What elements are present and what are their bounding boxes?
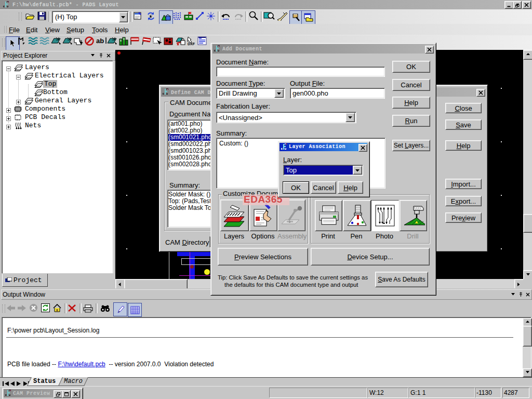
svg-text:DXF: DXF: [188, 42, 195, 46]
svg-text:ab: ab: [96, 37, 104, 45]
